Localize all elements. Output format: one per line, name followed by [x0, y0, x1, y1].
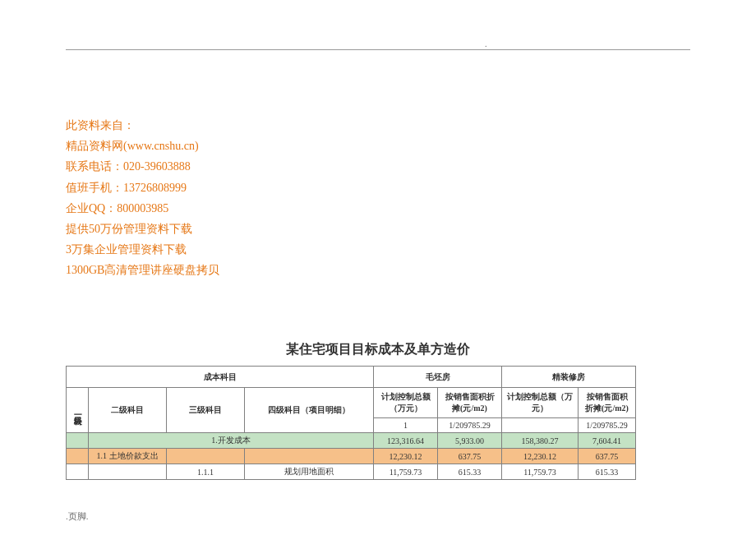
header-per-area-fine: 按销售面积折摊(元/m2)	[579, 388, 636, 418]
source-line: 精品资料网(www.cnshu.cn)	[66, 136, 219, 156]
cell-v2: 5,933.00	[438, 433, 502, 449]
cell-v1: 12,230.12	[374, 449, 438, 464]
cell-lvl1	[67, 433, 89, 449]
source-line: 1300GB高清管理讲座硬盘拷贝	[66, 260, 219, 280]
cell-v3: 158,380.27	[502, 433, 579, 449]
cell-v1: 123,316.64	[374, 433, 438, 449]
table-row: 1.1.1 规划用地面积 11,759.73 615.33 11,759.73 …	[67, 464, 636, 480]
cell-lvl3	[167, 449, 245, 464]
cell-v4: 615.33	[579, 464, 636, 480]
source-line: 企业QQ：800003985	[66, 198, 219, 219]
header-level4: 四级科目（项目明细）	[245, 388, 374, 433]
cell-lvl2: 1.开发成本	[89, 433, 374, 449]
cell-lvl4	[245, 449, 374, 464]
page-footer: .页脚.	[66, 510, 89, 523]
cell-v3: 11,759.73	[502, 464, 579, 480]
source-line: 值班手机：13726808999	[66, 178, 219, 198]
header-level3: 三级科目	[167, 388, 245, 433]
idx-fine-1	[502, 418, 579, 433]
source-line: 此资料来自：	[66, 115, 219, 136]
source-line: 3万集企业管理资料下载	[66, 239, 219, 260]
header-rough-house: 毛坯房	[374, 367, 502, 388]
header-per-area-rough: 按销售面积折摊(元/m2)	[438, 388, 502, 418]
page-dot: .	[485, 39, 487, 48]
header-plan-total-fine: 计划控制总额（万元）	[502, 388, 579, 418]
header-level2: 二级科目	[89, 388, 167, 433]
cell-v4: 7,604.41	[579, 433, 636, 449]
top-rule	[66, 49, 690, 50]
header-plan-total-rough: 计划控制总额（万元）	[374, 388, 438, 418]
header-fine-house: 精装修房	[502, 367, 636, 388]
idx-fine-2: 1/209785.29	[579, 418, 636, 433]
source-line: 提供50万份管理资料下载	[66, 219, 219, 239]
cell-lvl2: 1.1 土地价款支出	[89, 449, 167, 464]
idx-rough-2: 1/209785.29	[438, 418, 502, 433]
cell-lvl2	[89, 464, 167, 480]
idx-rough-1: 1	[374, 418, 438, 433]
table-row: 1.开发成本 123,316.64 5,933.00 158,380.27 7,…	[67, 433, 636, 449]
cell-v2: 637.75	[438, 449, 502, 464]
document-title: 某住宅项目目标成本及单方造价	[0, 341, 756, 358]
cell-lvl4: 规划用地面积	[245, 464, 374, 480]
cell-v1: 11,759.73	[374, 464, 438, 480]
cell-v4: 637.75	[579, 449, 636, 464]
cell-v2: 615.33	[438, 464, 502, 480]
source-info-block: 此资料来自： 精品资料网(www.cnshu.cn) 联系电话：020-3960…	[66, 115, 219, 281]
source-line: 联系电话：020-39603888	[66, 156, 219, 177]
header-cost-subject: 成本科目	[67, 367, 374, 388]
cell-v3: 12,230.12	[502, 449, 579, 464]
cell-lvl1	[67, 464, 89, 480]
table-row: 1.1 土地价款支出 12,230.12 637.75 12,230.12 63…	[67, 449, 636, 464]
cell-lvl1	[67, 449, 89, 464]
cost-table: 成本科目 毛坯房 精装修房 一级科目 二级科目 三级科目 四级科目（项目明细） …	[66, 366, 636, 480]
header-level1: 一级科目	[67, 388, 89, 433]
cell-lvl3: 1.1.1	[167, 464, 245, 480]
